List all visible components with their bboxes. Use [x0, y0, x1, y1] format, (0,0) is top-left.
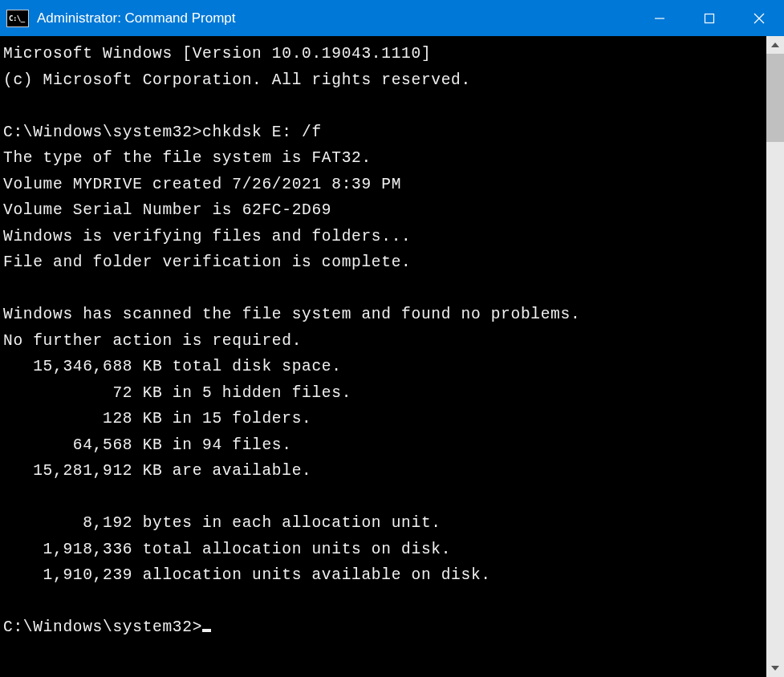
banner-line: Microsoft Windows [Version 10.0.19043.11…: [3, 45, 431, 63]
scroll-thumb[interactable]: [766, 54, 784, 142]
output-line: 72 KB in 5 hidden files.: [3, 384, 351, 402]
output-line: Windows is verifying files and folders..…: [3, 228, 411, 245]
scroll-track[interactable]: [766, 54, 784, 659]
chevron-up-icon: [771, 43, 779, 47]
vertical-scrollbar[interactable]: [766, 36, 784, 677]
close-button[interactable]: [734, 0, 784, 36]
svg-rect-1: [705, 14, 714, 22]
output-line: 64,568 KB in 94 files.: [3, 436, 292, 454]
output-line: 1,918,336 total allocation units on disk…: [3, 541, 451, 558]
prompt: C:\Windows\system32>: [3, 124, 202, 141]
maximize-button[interactable]: [684, 0, 734, 36]
window-controls: [635, 0, 784, 36]
terminal-output[interactable]: Microsoft Windows [Version 10.0.19043.11…: [0, 36, 766, 677]
minimize-button[interactable]: [635, 0, 684, 36]
output-line: No further action is required.: [3, 332, 302, 350]
output-line: Windows has scanned the file system and …: [3, 306, 580, 323]
titlebar: Administrator: Command Prompt: [0, 0, 784, 36]
output-line: 1,910,239 allocation units available on …: [3, 566, 491, 584]
chevron-down-icon: [771, 666, 779, 671]
scroll-down-button[interactable]: [766, 659, 784, 677]
output-line: 15,281,912 KB are available.: [3, 462, 311, 480]
scroll-up-button[interactable]: [766, 36, 784, 54]
output-line: Volume MYDRIVE created 7/26/2021 8:39 PM: [3, 176, 401, 193]
app-icon: [6, 10, 29, 27]
maximize-icon: [704, 13, 715, 24]
output-line: 15,346,688 KB total disk space.: [3, 358, 342, 375]
window-title: Administrator: Command Prompt: [37, 10, 635, 26]
output-line: File and folder verification is complete…: [3, 253, 411, 271]
banner-line: (c) Microsoft Corporation. All rights re…: [3, 71, 471, 89]
output-line: 128 KB in 15 folders.: [3, 410, 311, 428]
output-line: Volume Serial Number is 62FC-2D69: [3, 201, 331, 219]
prompt: C:\Windows\system32>: [3, 618, 202, 636]
content-area: Microsoft Windows [Version 10.0.19043.11…: [0, 36, 784, 677]
minimize-icon: [654, 13, 665, 24]
output-line: 8,192 bytes in each allocation unit.: [3, 514, 441, 532]
close-icon: [754, 13, 765, 24]
output-line: The type of the file system is FAT32.: [3, 149, 372, 167]
cursor: [202, 629, 211, 632]
command-text: chkdsk E: /f: [202, 124, 322, 141]
